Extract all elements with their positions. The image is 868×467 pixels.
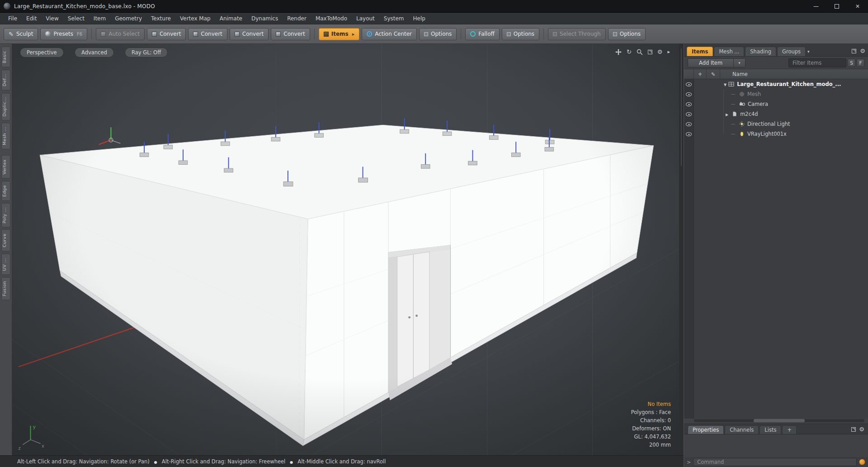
tab-overflow-icon[interactable] [807, 49, 810, 54]
expander-open-icon[interactable] [724, 81, 726, 87]
menu-geometry[interactable]: Geometry [110, 13, 146, 24]
toolbar-separator [543, 29, 544, 39]
sidebar-tab-fusion[interactable]: Fusion [1, 277, 10, 300]
menu-edit[interactable]: Edit [22, 13, 41, 24]
tree-row-camera[interactable]: Camera [694, 99, 868, 109]
search-mode-button[interactable]: S [848, 59, 855, 67]
sidebar-tab-uv[interactable]: UV ... [1, 254, 10, 275]
viewport-shading-tab[interactable]: Advanced [75, 48, 114, 57]
sidebar-tab-vertex[interactable]: Vertex [1, 155, 10, 179]
edit-column-header[interactable] [707, 69, 720, 79]
menu-select[interactable]: Select [63, 13, 89, 24]
panel-divider[interactable] [679, 44, 684, 455]
tab-add[interactable]: + [782, 425, 797, 434]
maximize-viewport-icon[interactable] [648, 50, 652, 54]
eye-icon[interactable] [686, 132, 692, 136]
tree-row-vraylight[interactable]: VRayLight001x [694, 129, 868, 139]
menu-layout[interactable]: Layout [352, 13, 379, 24]
auto-select-button[interactable]: Auto Select [96, 28, 145, 40]
viewport-raygl-tab[interactable]: Ray GL: Off [125, 48, 168, 57]
tab-groups[interactable]: Groups [777, 47, 806, 56]
eye-icon[interactable] [686, 112, 692, 116]
menu-vertex-map[interactable]: Vertex Map [175, 13, 215, 24]
tree-row-mesh[interactable]: Mesh [694, 89, 868, 99]
panel-expand-icon[interactable] [852, 49, 856, 53]
sidebar-tab-mesh[interactable]: Mesh ... [1, 123, 10, 149]
filter-mode-button[interactable]: F [857, 59, 864, 67]
falloff-icon [470, 31, 476, 37]
add-item-button[interactable]: Add Item [688, 58, 734, 67]
tree-horizontal-scrollbar[interactable] [694, 419, 864, 422]
zoom-icon[interactable] [637, 49, 643, 55]
add-item-dropdown[interactable] [734, 58, 745, 67]
menu-file[interactable]: File [4, 13, 22, 24]
eye-icon[interactable] [686, 102, 692, 106]
tree-row-m2c4d[interactable]: m2c4d [694, 109, 868, 119]
tree-row-scene-root[interactable]: Large_Restaurant_Kitchen_modo_... [694, 79, 868, 89]
tab-items[interactable]: Items [687, 47, 713, 56]
pan-icon[interactable] [615, 49, 622, 55]
convert-button-3[interactable]: Convert [230, 28, 269, 40]
sidebar-tab-basic[interactable]: Basic [1, 47, 10, 67]
action-center-button[interactable]: Action Center [362, 28, 417, 40]
sidebar-tab-polygon[interactable]: Poly ... [1, 203, 10, 228]
close-button[interactable]: ✕ [847, 0, 868, 12]
menu-render[interactable]: Render [283, 13, 311, 24]
convert-button-4[interactable]: Convert [271, 28, 310, 40]
sculpt-button[interactable]: Sculpt [4, 28, 38, 40]
sidebar-tab-duplicate[interactable]: Duplic... [1, 93, 10, 120]
options-icon [553, 32, 557, 36]
expander-closed-icon[interactable] [726, 111, 728, 117]
command-history-icon[interactable] [859, 459, 865, 465]
falloff-button[interactable]: Falloff [465, 28, 499, 40]
menu-animate[interactable]: Animate [215, 13, 247, 24]
menu-texture[interactable]: Texture [146, 13, 175, 24]
presets-button[interactable]: PresetsF6 [40, 28, 87, 40]
eye-icon[interactable] [686, 82, 692, 86]
panel-gear-icon[interactable] [860, 48, 865, 54]
menu-dynamics[interactable]: Dynamics [247, 13, 283, 24]
panel-gear-icon[interactable] [859, 426, 864, 433]
sidebar-tab-deform[interactable]: Def... [1, 70, 10, 91]
tab-channels[interactable]: Channels [725, 425, 759, 434]
name-column-header[interactable]: Name [720, 71, 748, 77]
panel-expand-icon[interactable] [851, 427, 856, 432]
tab-lists[interactable]: Lists [760, 425, 781, 434]
menu-maxtomodo[interactable]: MaxToModo [311, 13, 352, 24]
falloff-options-button[interactable]: Options [502, 28, 539, 40]
maximize-button[interactable] [826, 0, 847, 12]
transform-gizmo [99, 127, 120, 144]
menu-system[interactable]: System [379, 13, 409, 24]
add-column-header[interactable]: + [694, 69, 707, 79]
tab-shading[interactable]: Shading [745, 47, 776, 56]
viewport-3d[interactable]: y x z Perspective Advanced Ray GL: Off [12, 44, 679, 455]
tab-mesh-ops[interactable]: Mesh ... [714, 47, 744, 56]
eye-icon[interactable] [686, 92, 692, 96]
command-input[interactable]: Command [693, 458, 857, 466]
viewport-mode-tab[interactable]: Perspective [20, 48, 64, 57]
convert-button-1[interactable]: Convert [147, 28, 186, 40]
menu-item[interactable]: Item [89, 13, 110, 24]
command-prompt[interactable]: > [687, 459, 691, 465]
sidebar-tab-curve[interactable]: Curve [1, 229, 10, 252]
tab-properties[interactable]: Properties [688, 425, 724, 434]
convert-button-2[interactable]: Convert [188, 28, 227, 40]
select-through-options-button[interactable]: Options [608, 28, 646, 40]
rotate-icon[interactable] [627, 49, 632, 55]
menu-help[interactable]: Help [409, 13, 430, 24]
eye-icon[interactable] [686, 122, 692, 126]
item-list-header: + Name [684, 69, 868, 79]
minimize-button[interactable]: — [806, 0, 826, 12]
viewport-flyout-icon[interactable] [667, 48, 670, 55]
action-center-options-button[interactable]: Options [419, 28, 457, 40]
select-through-button[interactable]: Select Through [548, 28, 606, 40]
cube-icon [324, 32, 329, 37]
viewport-settings-gear-icon[interactable] [657, 49, 663, 55]
scrollbar-thumb[interactable] [754, 419, 805, 422]
menu-view[interactable]: View [41, 13, 63, 24]
tree-row-directional-light[interactable]: Directional Light [694, 119, 868, 129]
items-mode-button[interactable]: Items [319, 28, 360, 40]
filter-items-input[interactable]: Filter Items [788, 58, 846, 67]
menu-bar: File Edit View Select Item Geometry Text… [0, 13, 868, 24]
sidebar-tab-edge[interactable]: Edge [1, 181, 10, 201]
